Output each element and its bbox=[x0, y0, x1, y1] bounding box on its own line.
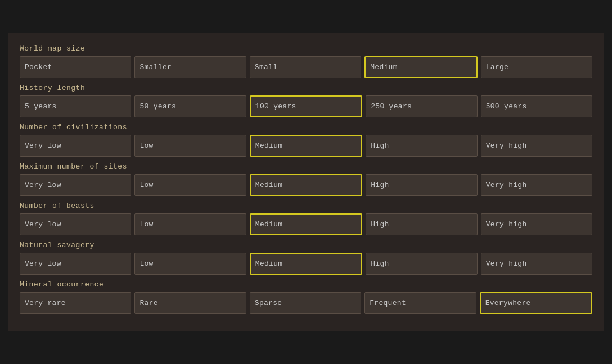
option-btn-mineral-occurrence-frequent[interactable]: Frequent bbox=[364, 292, 476, 314]
option-btn-num-civs-very-high[interactable]: Very high bbox=[481, 135, 592, 157]
option-btn-num-beasts-high[interactable]: High bbox=[366, 213, 477, 235]
label-mineral-occurrence: Mineral occurrence bbox=[20, 280, 592, 289]
option-btn-num-civs-very-low[interactable]: Very low bbox=[20, 135, 131, 157]
section-world-map-size: World map sizePocketSmallerSmallMediumLa… bbox=[20, 44, 592, 78]
option-btn-natural-savagery-low[interactable]: Low bbox=[134, 253, 246, 275]
option-btn-num-beasts-very-low[interactable]: Very low bbox=[20, 213, 131, 235]
option-btn-num-beasts-very-high[interactable]: Very high bbox=[481, 213, 592, 235]
option-btn-natural-savagery-very-high[interactable]: Very high bbox=[481, 253, 592, 275]
option-btn-natural-savagery-medium[interactable]: Medium bbox=[250, 253, 362, 275]
option-btn-history-length-500years[interactable]: 500 years bbox=[481, 95, 592, 117]
section-natural-savagery: Natural savageryVery lowLowMediumHighVer… bbox=[20, 241, 592, 275]
option-btn-world-map-size-smaller[interactable]: Smaller bbox=[134, 56, 246, 78]
option-btn-max-sites-high[interactable]: High bbox=[366, 174, 477, 196]
section-mineral-occurrence: Mineral occurrenceVery rareRareSparseFre… bbox=[20, 280, 592, 314]
options-row-max-sites: Very lowLowMediumHighVery high bbox=[20, 174, 592, 196]
options-row-natural-savagery: Very lowLowMediumHighVery high bbox=[20, 253, 592, 275]
option-btn-history-length-50years[interactable]: 50 years bbox=[134, 95, 246, 117]
option-btn-num-civs-low[interactable]: Low bbox=[134, 135, 246, 157]
label-num-civs: Number of civilizations bbox=[20, 123, 592, 131]
option-btn-history-length-250years[interactable]: 250 years bbox=[366, 95, 477, 117]
settings-container: World map sizePocketSmallerSmallMediumLa… bbox=[8, 33, 604, 331]
option-btn-num-civs-high[interactable]: High bbox=[366, 135, 477, 157]
options-row-mineral-occurrence: Very rareRareSparseFrequentEverywhere bbox=[20, 292, 592, 314]
section-history-length: History length5 years50 years100 years25… bbox=[20, 84, 592, 117]
option-btn-max-sites-very-low[interactable]: Very low bbox=[20, 174, 131, 196]
option-btn-history-length-100years[interactable]: 100 years bbox=[250, 95, 362, 117]
option-btn-mineral-occurrence-rare[interactable]: Rare bbox=[134, 292, 246, 314]
label-num-beasts: Number of beasts bbox=[20, 202, 592, 210]
option-btn-num-beasts-medium[interactable]: Medium bbox=[250, 213, 362, 235]
section-num-civs: Number of civilizationsVery lowLowMedium… bbox=[20, 123, 592, 157]
option-btn-world-map-size-pocket[interactable]: Pocket bbox=[20, 56, 131, 78]
section-max-sites: Maximum number of sitesVery lowLowMedium… bbox=[20, 162, 592, 196]
option-btn-num-beasts-low[interactable]: Low bbox=[134, 213, 246, 235]
option-btn-max-sites-very-high[interactable]: Very high bbox=[481, 174, 592, 196]
options-row-history-length: 5 years50 years100 years250 years500 yea… bbox=[20, 95, 592, 117]
options-row-world-map-size: PocketSmallerSmallMediumLarge bbox=[20, 56, 592, 78]
option-btn-world-map-size-small[interactable]: Small bbox=[250, 56, 361, 78]
options-row-num-civs: Very lowLowMediumHighVery high bbox=[20, 135, 592, 157]
option-btn-world-map-size-medium[interactable]: Medium bbox=[364, 56, 477, 78]
option-btn-num-civs-medium[interactable]: Medium bbox=[250, 135, 362, 157]
options-row-num-beasts: Very lowLowMediumHighVery high bbox=[20, 213, 592, 235]
label-world-map-size: World map size bbox=[20, 44, 592, 53]
label-history-length: History length bbox=[20, 84, 592, 92]
option-btn-world-map-size-large[interactable]: Large bbox=[481, 56, 592, 78]
option-btn-max-sites-medium[interactable]: Medium bbox=[250, 174, 362, 196]
option-btn-natural-savagery-very-low[interactable]: Very low bbox=[20, 253, 131, 275]
option-btn-mineral-occurrence-very-rare[interactable]: Very rare bbox=[20, 292, 131, 314]
section-num-beasts: Number of beastsVery lowLowMediumHighVer… bbox=[20, 202, 592, 235]
option-btn-history-length-5years[interactable]: 5 years bbox=[20, 95, 131, 117]
option-btn-natural-savagery-high[interactable]: High bbox=[366, 253, 477, 275]
option-btn-mineral-occurrence-everywhere[interactable]: Everywhere bbox=[480, 292, 592, 314]
option-btn-mineral-occurrence-sparse[interactable]: Sparse bbox=[250, 292, 361, 314]
label-natural-savagery: Natural savagery bbox=[20, 241, 592, 249]
label-max-sites: Maximum number of sites bbox=[20, 162, 592, 171]
option-btn-max-sites-low[interactable]: Low bbox=[134, 174, 246, 196]
